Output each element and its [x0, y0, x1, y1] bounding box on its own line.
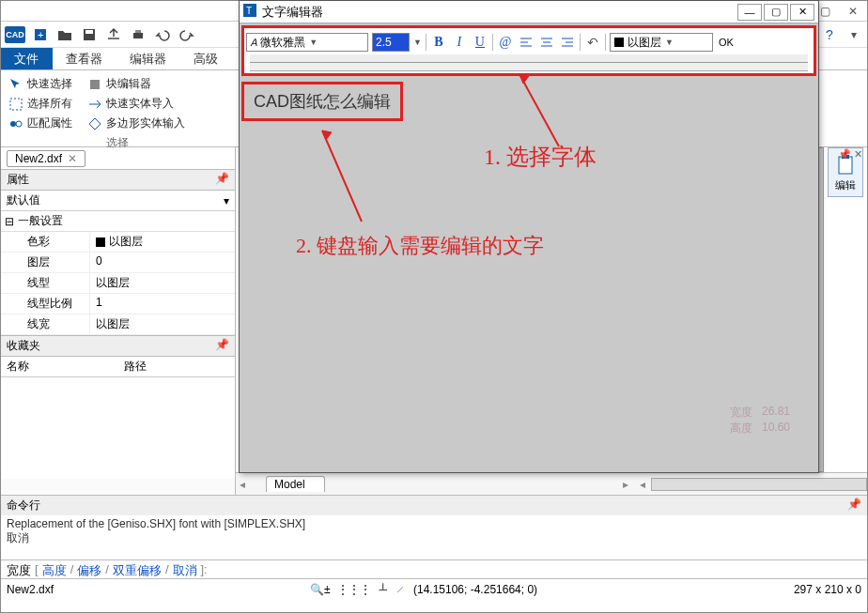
separator: [426, 34, 426, 51]
chevron-down-icon: ▾: [224, 194, 229, 207]
svg-rect-6: [10, 99, 22, 110]
color-bylayer-select[interactable]: 以图层 ▼: [610, 33, 713, 52]
match-props-label: 匹配属性: [27, 115, 72, 131]
export-icon[interactable]: [104, 25, 123, 44]
properties-section-general[interactable]: ⊟一般设置: [1, 211, 235, 232]
font-size-input[interactable]: 2.5: [372, 33, 410, 52]
favorites-columns: 名称 路径: [1, 357, 235, 377]
svg-point-8: [16, 121, 22, 127]
prop-row-linetype[interactable]: 线型以图层: [1, 273, 235, 294]
document-tabs: New2.dxf ✕: [1, 147, 235, 170]
underline-button[interactable]: U: [472, 33, 488, 52]
new-file-icon[interactable]: +: [31, 25, 50, 44]
prop-val: 1: [90, 294, 235, 314]
document-tab[interactable]: New2.dxf ✕: [7, 150, 85, 167]
properties-selector[interactable]: 默认值 ▾: [1, 191, 235, 211]
print-icon[interactable]: [129, 25, 147, 44]
model-tab[interactable]: Model: [266, 476, 325, 492]
save-icon[interactable]: [80, 25, 99, 44]
collapse-ribbon-icon[interactable]: ▾: [845, 25, 863, 44]
grid-icon[interactable]: ┴: [379, 583, 387, 596]
outer-close-icon[interactable]: ✕: [843, 3, 863, 20]
pin-icon[interactable]: 📌: [215, 172, 229, 188]
dialog-close-icon[interactable]: ✕: [790, 4, 814, 21]
snap-icon[interactable]: ⋮⋮⋮: [337, 583, 371, 596]
commandline-output[interactable]: Replacement of the [Geniso.SHX] font wit…: [1, 515, 867, 560]
tab-advanced[interactable]: 高级: [180, 48, 232, 69]
select-all-button[interactable]: 选择所有: [8, 94, 72, 114]
prop-row-lineweight[interactable]: 线宽以图层: [1, 314, 235, 335]
prompt-width: 宽度: [7, 562, 31, 576]
open-folder-icon[interactable]: [55, 25, 74, 44]
quick-select-button[interactable]: 快速选择: [8, 74, 72, 94]
chevron-down-icon[interactable]: ▼: [413, 38, 422, 47]
panel-controls: 📌 ✕: [838, 148, 862, 161]
undo-icon[interactable]: [153, 25, 172, 44]
font-family-select[interactable]: 𝘈 微软雅黑 ▼: [246, 33, 368, 52]
align-right-button[interactable]: [559, 33, 576, 52]
bold-button[interactable]: B: [430, 33, 447, 52]
pin-icon[interactable]: 📌: [215, 338, 229, 354]
favorites-col-name[interactable]: 名称: [1, 357, 118, 376]
fast-entity-import-label: 快速实体导入: [106, 96, 174, 112]
match-props-button[interactable]: 匹配属性: [8, 114, 72, 133]
italic-button[interactable]: I: [451, 33, 468, 52]
align-center-button[interactable]: [538, 33, 555, 52]
prop-row-layer[interactable]: 图层0: [1, 253, 235, 273]
color-swatch-icon: [614, 38, 624, 47]
tab-scroll-left-icon[interactable]: ◂: [236, 478, 249, 491]
help-icon[interactable]: ?: [820, 25, 839, 44]
polygon-entity-input-button[interactable]: 多边形实体输入: [87, 114, 185, 133]
favorites-col-path[interactable]: 路径: [118, 357, 236, 376]
panel-close-icon[interactable]: ✕: [854, 148, 862, 160]
favorites-header: 收藏夹 📌: [1, 336, 235, 357]
svg-marker-16: [519, 74, 529, 84]
fast-entity-import-button[interactable]: 快速实体导入: [87, 94, 185, 114]
prompt-height-link[interactable]: 高度: [42, 562, 67, 576]
svg-text:T: T: [246, 6, 252, 16]
svg-rect-4: [133, 33, 143, 38]
panel-pin-icon[interactable]: 📌: [838, 148, 851, 160]
prop-val: 0: [90, 253, 235, 272]
insert-symbol-button[interactable]: @: [497, 33, 514, 52]
dialog-titlebar[interactable]: T 文字编辑器 — ▢ ✕: [240, 1, 818, 23]
prop-row-color[interactable]: 色彩■以图层以图层: [1, 232, 235, 253]
select-all-label: 选择所有: [27, 96, 72, 112]
prompt-cancel-link[interactable]: 取消: [173, 562, 197, 576]
block-editor-button[interactable]: 块编辑器: [87, 74, 185, 94]
prompt-offset-link[interactable]: 偏移: [77, 562, 101, 576]
ok-button[interactable]: OK: [717, 36, 736, 49]
tab-editor[interactable]: 编辑器: [116, 48, 180, 69]
dialog-minimize-icon[interactable]: —: [737, 4, 762, 21]
sep: /: [70, 562, 74, 576]
hscrollbar[interactable]: [651, 478, 867, 491]
text-input-area[interactable]: CAD图纸怎么编辑: [241, 82, 403, 121]
properties-header: 属性 📌: [1, 170, 235, 191]
align-left-button[interactable]: [518, 33, 535, 52]
close-tab-icon[interactable]: ✕: [68, 152, 77, 165]
ortho-icon[interactable]: ⟋: [395, 583, 406, 596]
undo-button[interactable]: ↶: [584, 33, 601, 52]
redo-icon[interactable]: [178, 25, 196, 44]
tab-viewer[interactable]: 查看器: [53, 48, 116, 69]
tab-file[interactable]: 文件: [1, 48, 53, 69]
favorites-panel: 收藏夹 📌 名称 路径: [1, 335, 235, 479]
prompt-double-offset-link[interactable]: 双重偏移: [113, 562, 162, 576]
dialog-maximize-icon[interactable]: ▢: [764, 4, 788, 21]
command-prompt[interactable]: 宽度 [ 高度 / 偏移 / 双重偏移 / 取消 ]:: [1, 560, 867, 579]
status-filename: New2.dxf: [7, 583, 54, 596]
prop-row-ltscale[interactable]: 线型比例1: [1, 294, 235, 314]
zoom-icon[interactable]: 🔍±: [310, 583, 331, 596]
prop-val: 以图层: [90, 273, 235, 293]
separator: [605, 34, 606, 51]
pin-icon[interactable]: 📌: [847, 498, 861, 513]
text-editor-dialog: T 文字编辑器 — ▢ ✕ 𝘈 微软雅黑 ▼ 2.5 ▼ B I U @: [239, 0, 819, 473]
svg-marker-10: [89, 118, 101, 130]
ghost-h-val: 10.60: [762, 421, 790, 437]
commandline-header: 命令行 📌: [1, 495, 867, 515]
svg-point-7: [10, 121, 16, 127]
chevron-down-icon: ▼: [665, 38, 674, 47]
tab-scroll-right-icon[interactable]: ▸: [617, 478, 634, 491]
hscroll-left-icon[interactable]: ◂: [634, 478, 651, 491]
prop-key: 线型比例: [1, 294, 90, 314]
